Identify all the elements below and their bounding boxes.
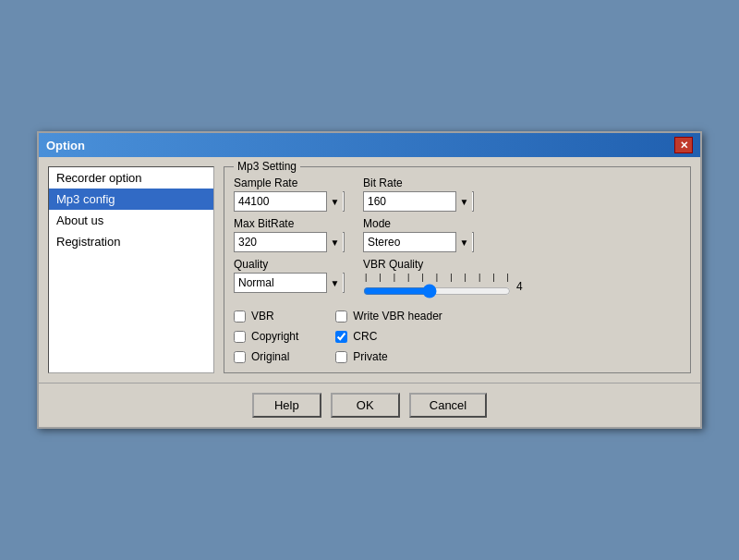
sample-bitrate-row: Sample Rate 44100 48000 32000 22050 1600…: [234, 177, 681, 212]
private-checkbox-label: Private: [353, 350, 387, 363]
ok-button[interactable]: OK: [331, 393, 400, 418]
original-checkbox-item: Original: [234, 350, 298, 363]
copyright-checkbox[interactable]: [234, 331, 246, 343]
quality-select[interactable]: Normal High Low: [234, 273, 345, 293]
bit-rate-group: Bit Rate 160 320 256 192 128 96 64: [363, 177, 474, 212]
original-checkbox-label: Original: [251, 350, 289, 363]
mp3-settings-group: Mp3 Setting Sample Rate 44100 48000 3200…: [224, 166, 691, 373]
mode-group: Mode Stereo Joint Stereo Mono Dual Chann…: [363, 217, 474, 252]
content-area: Mp3 Setting Sample Rate 44100 48000 3200…: [224, 166, 691, 373]
bit-rate-label: Bit Rate: [363, 177, 474, 189]
vbr-quality-group: VBR Quality | | | | | | |: [363, 258, 529, 300]
copyright-checkbox-label: Copyright: [251, 330, 298, 343]
sidebar: Recorder option Mp3 config About us Regi…: [48, 166, 214, 373]
vbr-checkbox[interactable]: [234, 310, 246, 323]
sample-rate-group: Sample Rate 44100 48000 32000 22050 1600…: [234, 177, 345, 212]
sidebar-item-recorder-option[interactable]: Recorder option: [49, 167, 213, 189]
private-checkbox-item: Private: [335, 350, 442, 363]
footer: Help OK Cancel: [39, 383, 700, 427]
help-button[interactable]: Help: [252, 393, 321, 418]
mode-select[interactable]: Stereo Joint Stereo Mono Dual Channel: [363, 232, 474, 252]
vbr-checkbox-label: VBR: [251, 310, 274, 323]
mode-label: Mode: [363, 217, 474, 230]
left-checkbox-col: VBR Copyright Original: [234, 310, 298, 363]
mode-select-wrapper: Stereo Joint Stereo Mono Dual Channel ▼: [363, 232, 474, 252]
sample-rate-label: Sample Rate: [234, 177, 345, 189]
write-vbr-header-checkbox-item: Write VBR header: [335, 310, 442, 323]
window-body: Recorder option Mp3 config About us Regi…: [39, 157, 700, 383]
sidebar-item-registration[interactable]: Registration: [49, 231, 213, 252]
max-bitrate-select[interactable]: 320 256 192 160 128: [234, 232, 345, 252]
sample-rate-select[interactable]: 44100 48000 32000 22050 16000: [234, 191, 345, 212]
quality-label: Quality: [234, 258, 345, 271]
write-vbr-header-label: Write VBR header: [353, 310, 442, 323]
crc-checkbox-label: CRC: [353, 330, 377, 343]
option-window: Option ✕ Recorder option Mp3 config Abou…: [37, 131, 702, 429]
bit-rate-select-wrapper: 160 320 256 192 128 96 64 ▼: [363, 191, 474, 212]
crc-checkbox[interactable]: [335, 331, 347, 343]
quality-group: Quality Normal High Low ▼: [234, 258, 345, 293]
checkboxes-row: VBR Copyright Original: [234, 310, 681, 363]
slider-container: | | | | | | | | | |: [363, 273, 529, 300]
sample-rate-select-wrapper: 44100 48000 32000 22050 16000 ▼: [234, 191, 345, 212]
vbr-quality-value: 4: [516, 280, 529, 293]
max-bitrate-select-wrapper: 320 256 192 160 128 ▼: [234, 232, 345, 252]
original-checkbox[interactable]: [234, 351, 246, 363]
quality-select-wrapper: Normal High Low ▼: [234, 273, 345, 293]
vbr-quality-slider[interactable]: [363, 282, 511, 300]
title-bar: Option ✕: [39, 133, 700, 157]
vbr-checkbox-item: VBR: [234, 310, 298, 323]
close-button[interactable]: ✕: [674, 137, 693, 153]
groupbox-legend: Mp3 Setting: [234, 160, 300, 173]
vbr-quality-label: VBR Quality: [363, 258, 529, 271]
bit-rate-select[interactable]: 160 320 256 192 128 96 64: [363, 191, 474, 212]
maxbitrate-mode-row: Max BitRate 320 256 192 160 128 ▼: [234, 217, 681, 252]
max-bitrate-label: Max BitRate: [234, 217, 345, 230]
write-vbr-header-checkbox[interactable]: [335, 310, 347, 323]
max-bitrate-group: Max BitRate 320 256 192 160 128 ▼: [234, 217, 345, 252]
right-checkbox-col: Write VBR header CRC Private: [335, 310, 442, 363]
window-title: Option: [46, 139, 85, 152]
crc-checkbox-item: CRC: [335, 330, 442, 343]
sidebar-item-about-us[interactable]: About us: [49, 210, 213, 231]
sidebar-item-mp3-config[interactable]: Mp3 config: [49, 189, 213, 210]
copyright-checkbox-item: Copyright: [234, 330, 298, 343]
cancel-button[interactable]: Cancel: [409, 393, 487, 418]
quality-vbr-row: Quality Normal High Low ▼ VBR Quality: [234, 258, 681, 300]
private-checkbox[interactable]: [335, 351, 347, 363]
